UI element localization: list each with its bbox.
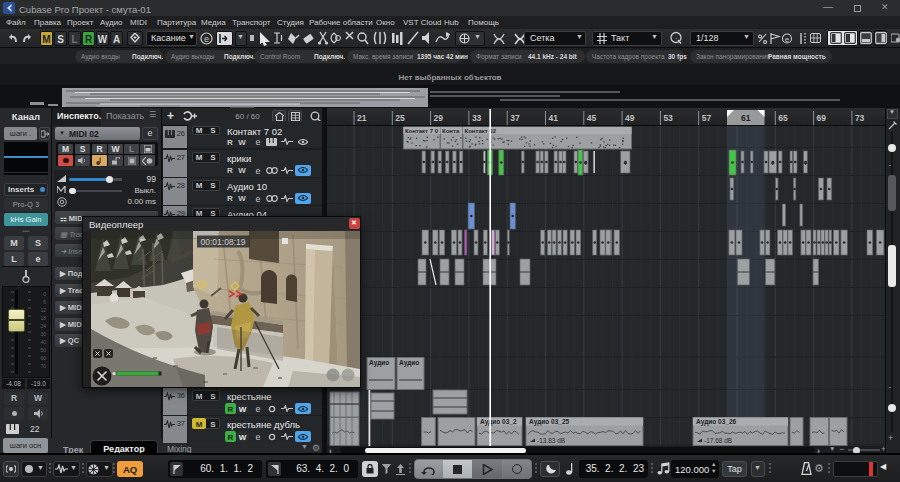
svg-text:e: e — [204, 34, 209, 44]
svg-text:·: · — [675, 34, 678, 43]
svg-text:00:01:08:19: 00:01:08:19 — [201, 237, 246, 247]
svg-text:Контакт 02: Контакт 02 — [465, 128, 497, 134]
svg-text:Аудио 03_2: Аудио 03_2 — [480, 418, 517, 426]
svg-text:-17.68 dB: -17.68 dB — [704, 437, 732, 444]
svg-text:Аудио 03_25: Аудио 03_25 — [529, 418, 570, 426]
svg-text:Аудио 03_26: Аудио 03_26 — [696, 418, 737, 426]
svg-text:Аудио: Аудио — [399, 359, 419, 367]
svg-text:-13.83 dB: -13.83 dB — [537, 437, 565, 444]
svg-text:e: e — [785, 35, 790, 44]
svg-text:Конта: Конта — [442, 128, 460, 134]
svg-text:Аудио: Аудио — [369, 359, 389, 367]
svg-text:Контакт 7 0: Контакт 7 0 — [405, 128, 439, 134]
